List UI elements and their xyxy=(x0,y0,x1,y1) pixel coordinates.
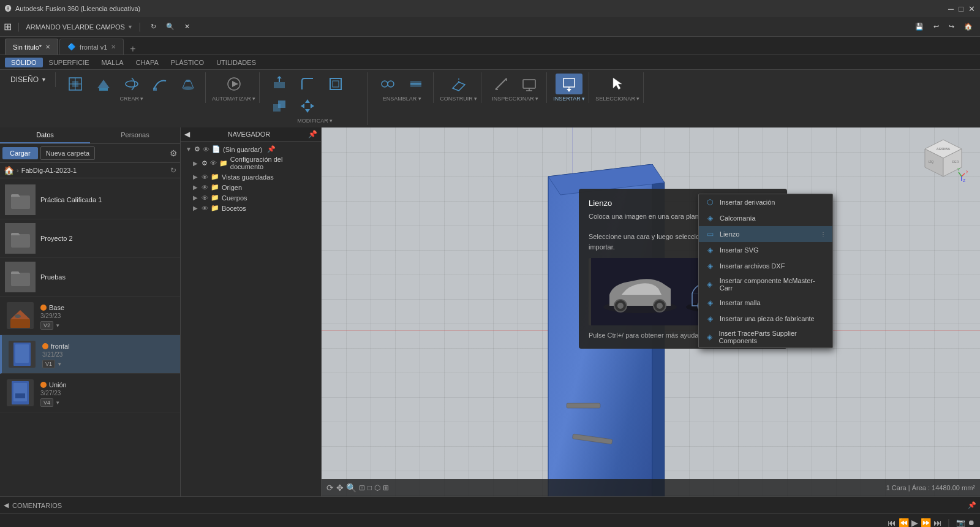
navigator-collapse-icon[interactable]: ◀ xyxy=(184,130,190,138)
diseño-dropdown-button[interactable]: DISEÑO ▼ xyxy=(9,74,51,86)
list-item[interactable]: Base 3/29/23 V2 ▼ xyxy=(0,297,180,335)
version-tag[interactable]: V2 xyxy=(40,321,53,330)
playback-play-button[interactable]: ▶ xyxy=(911,518,918,528)
save-button[interactable]: 💾 xyxy=(911,21,927,32)
list-item[interactable]: Unión 3/27/23 V4 ▼ xyxy=(0,374,180,412)
sidebar-tab-personas[interactable]: Personas xyxy=(90,127,180,143)
maximize-button[interactable]: □ xyxy=(959,4,963,13)
home-button[interactable]: 🏠 xyxy=(960,21,976,32)
redo-button[interactable]: ↪ xyxy=(945,21,958,32)
menu-item-insertar-derivacion[interactable]: ⬡ Insertar derivación xyxy=(699,194,832,210)
nav-item-bocetos[interactable]: ▶ 👁 📁 Bocetos xyxy=(181,203,321,213)
version-tag[interactable]: V1 xyxy=(42,360,55,368)
tab-sin-titulo-close[interactable]: ✕ xyxy=(45,44,50,50)
insertar-button[interactable] xyxy=(556,74,582,94)
timeline-record-button[interactable]: ⏺ xyxy=(968,518,975,527)
nav-cube[interactable]: ARRIBA IZQ DER X Y Z xyxy=(919,137,968,186)
new-folder-button[interactable]: Nueva carpeta xyxy=(40,146,96,160)
playback-prev-button[interactable]: ⏪ xyxy=(899,518,909,528)
settings-icon[interactable]: ⚙ xyxy=(170,148,178,158)
list-item[interactable]: Pruebas xyxy=(0,258,180,297)
menu-item-mcmaster[interactable]: ◈ Insertar componente McMaster-Carr xyxy=(699,274,832,295)
navigator-header[interactable]: ◀ NAVEGADOR 📌 xyxy=(181,127,321,142)
ensamblar-joint-button[interactable] xyxy=(374,74,401,94)
comments-pin-icon[interactable]: 📌 xyxy=(968,501,976,509)
zoom-button[interactable]: 🔍 xyxy=(346,483,356,493)
playback-next-button[interactable]: ⏩ xyxy=(921,518,931,528)
sidebar-refresh-icon[interactable]: ↻ xyxy=(170,166,176,175)
crear-revolve-button[interactable] xyxy=(118,74,145,94)
view-cube-button[interactable]: ⬡ xyxy=(374,483,380,492)
ensamblar-rigid-button[interactable] xyxy=(402,74,429,94)
pan-button[interactable]: ✥ xyxy=(336,483,344,493)
display-mode-button[interactable]: □ xyxy=(368,483,372,492)
playback-end-button[interactable]: ⏭ xyxy=(933,518,942,528)
close-button[interactable]: ✕ xyxy=(968,4,975,13)
minimize-button[interactable]: ─ xyxy=(948,4,954,13)
orbit-button[interactable]: ⟳ xyxy=(326,483,334,493)
crear-loft-button[interactable] xyxy=(175,74,202,94)
modificar-shell-button[interactable] xyxy=(322,74,349,94)
seleccionar-button[interactable] xyxy=(604,74,631,94)
navigator-pin-icon[interactable]: 📌 xyxy=(308,130,317,138)
tab-sin-titulo[interactable]: Sin título* ✕ xyxy=(5,39,58,55)
comments-collapse-icon[interactable]: ◀ xyxy=(4,501,9,509)
modificar-press-pull-button[interactable] xyxy=(266,74,293,94)
list-item[interactable]: Práctica Calificada 1 xyxy=(0,181,180,219)
menu-item-calcomania[interactable]: ◈ Calcomanía xyxy=(699,210,832,226)
nav-pin-icon[interactable]: 📌 xyxy=(267,145,276,153)
automatizar-run-button[interactable] xyxy=(221,74,247,94)
menu-item-insertar-malla[interactable]: ◈ Insertar malla xyxy=(699,295,832,311)
load-button[interactable]: Cargar xyxy=(2,147,38,159)
nav-item-document[interactable]: ▼ ⚙ 👁 📄 (Sin guardar) 📌 xyxy=(181,144,321,154)
modificar-fillet-button[interactable] xyxy=(294,74,321,94)
ribbon-tab-superficie[interactable]: SUPERFICIE xyxy=(43,58,96,67)
crear-extrude-button[interactable] xyxy=(90,74,117,94)
modificar-combine-button[interactable] xyxy=(266,96,293,116)
ribbon-tab-plastico[interactable]: PLÁSTICO xyxy=(165,58,210,67)
list-item[interactable]: Proyecto 2 xyxy=(0,219,180,258)
tab-frontal[interactable]: 🔷 frontal v1 ✕ xyxy=(59,39,124,55)
playback-start-button[interactable]: ⏮ xyxy=(888,518,896,528)
inspeccionar-display-button[interactable] xyxy=(516,74,543,94)
crear-sweep-button[interactable] xyxy=(146,74,173,94)
nav-item-cuerpos[interactable]: ▶ 👁 📁 Cuerpos xyxy=(181,192,321,203)
grid-settings-button[interactable]: ⊞ xyxy=(383,483,389,492)
user-name[interactable]: ARMANDO VELARDE CAMPOS xyxy=(26,23,125,31)
menu-item-insertar-dxf[interactable]: ◈ Insertar archivos DXF xyxy=(699,258,832,274)
search-button[interactable]: 🔍 xyxy=(162,21,178,32)
construir-plane-button[interactable] xyxy=(445,74,472,94)
undo-button[interactable]: ↩ xyxy=(930,21,943,32)
ribbon-tab-malla[interactable]: MALLA xyxy=(96,58,130,67)
toolbar-close-button[interactable]: ✕ xyxy=(181,21,194,32)
title-controls[interactable]: ─ □ ✕ xyxy=(948,4,975,13)
new-tab-button[interactable]: + xyxy=(125,44,140,55)
home-icon[interactable]: 🏠 xyxy=(4,165,14,175)
tab-frontal-close[interactable]: ✕ xyxy=(111,44,116,50)
version-dropdown-icon[interactable]: ▼ xyxy=(57,362,62,367)
version-dropdown-icon[interactable]: ▼ xyxy=(55,323,60,328)
ribbon-tab-utilidades[interactable]: UTILIDADES xyxy=(210,58,262,67)
zoom-fit-button[interactable]: ⊡ xyxy=(359,483,365,492)
3d-viewport[interactable]: ARRIBA IZQ DER X Y Z Lienzo Coloca una i… xyxy=(322,127,980,496)
timeline-camera-button[interactable]: 📷 xyxy=(956,518,965,527)
modificar-move-button[interactable] xyxy=(294,96,321,116)
lienzo-more-icon[interactable]: ⋮ xyxy=(820,231,826,238)
version-dropdown-icon[interactable]: ▼ xyxy=(55,400,60,406)
version-tag[interactable]: V4 xyxy=(40,398,53,407)
app-menu-icon[interactable]: ⊞ xyxy=(4,21,12,32)
nav-item-config[interactable]: ▶ ⚙ 👁 📁 Configuración del documento xyxy=(181,154,321,172)
menu-item-traceparts[interactable]: ◈ Insert TraceParts Supplier Components xyxy=(699,327,832,347)
inspeccionar-measure-button[interactable] xyxy=(488,74,514,94)
refresh-button[interactable]: ↻ xyxy=(147,21,160,32)
sidebar-tab-datos[interactable]: Datos xyxy=(0,127,90,143)
ribbon-tab-chapa[interactable]: CHAPA xyxy=(130,58,165,67)
ribbon-tab-solido[interactable]: SÓLIDO xyxy=(5,58,43,67)
list-item[interactable]: frontal 3/21/23 V1 ▼ xyxy=(0,335,180,374)
user-dropdown-icon[interactable]: ▼ xyxy=(127,24,133,30)
nav-item-vistas[interactable]: ▶ 👁 📁 Vistas guardadas xyxy=(181,172,321,182)
menu-item-insertar-svg[interactable]: ◈ Insertar SVG xyxy=(699,242,832,258)
menu-item-pieza-fabricante[interactable]: ◈ Insertar una pieza de fabricante xyxy=(699,311,832,327)
crear-new-component-button[interactable] xyxy=(62,74,89,94)
nav-item-origen[interactable]: ▶ 👁 📁 Origen xyxy=(181,182,321,192)
